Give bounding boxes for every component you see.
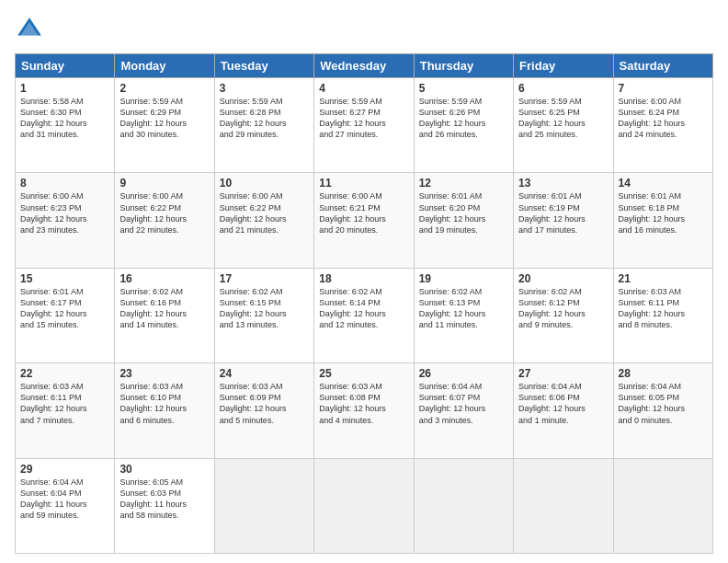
day-number: 5	[419, 82, 508, 95]
calendar-week-2: 15Sunrise: 6:01 AMSunset: 6:17 PMDayligh…	[16, 268, 713, 362]
day-info: Sunrise: 6:03 AMSunset: 6:08 PMDaylight:…	[319, 382, 386, 424]
day-info: Sunrise: 6:00 AMSunset: 6:22 PMDaylight:…	[119, 191, 187, 234]
calendar-cell: 9Sunrise: 6:00 AMSunset: 6:22 PMDaylight…	[115, 173, 214, 268]
day-number: 24	[220, 367, 309, 380]
day-number: 12	[419, 177, 508, 190]
day-info: Sunrise: 5:59 AMSunset: 6:29 PMDaylight:…	[119, 97, 187, 139]
day-info: Sunrise: 6:02 AMSunset: 6:15 PMDaylight:…	[220, 287, 287, 329]
calendar-cell: 23Sunrise: 6:03 AMSunset: 6:10 PMDayligh…	[115, 363, 214, 458]
calendar-cell: 19Sunrise: 6:02 AMSunset: 6:13 PMDayligh…	[414, 268, 513, 362]
calendar-cell: 22Sunrise: 6:03 AMSunset: 6:11 PMDayligh…	[16, 363, 115, 458]
calendar-cell	[613, 458, 712, 553]
calendar-week-1: 8Sunrise: 6:00 AMSunset: 6:23 PMDaylight…	[16, 173, 713, 268]
calendar-cell	[314, 458, 414, 553]
calendar-cell: 14Sunrise: 6:01 AMSunset: 6:18 PMDayligh…	[613, 173, 712, 268]
calendar-cell: 30Sunrise: 6:05 AMSunset: 6:03 PMDayligh…	[115, 458, 214, 553]
day-number: 23	[119, 367, 209, 380]
day-number: 16	[119, 272, 209, 285]
calendar-cell: 25Sunrise: 6:03 AMSunset: 6:08 PMDayligh…	[314, 363, 414, 458]
day-number: 8	[20, 177, 109, 190]
day-number: 3	[220, 82, 309, 95]
day-info: Sunrise: 6:01 AMSunset: 6:17 PMDaylight:…	[20, 287, 87, 329]
day-number: 25	[319, 367, 408, 380]
calendar-cell: 3Sunrise: 5:59 AMSunset: 6:28 PMDaylight…	[214, 78, 313, 173]
calendar-cell: 24Sunrise: 6:03 AMSunset: 6:09 PMDayligh…	[214, 363, 313, 458]
day-number: 7	[619, 82, 708, 95]
day-info: Sunrise: 6:02 AMSunset: 6:12 PMDaylight:…	[518, 287, 586, 329]
calendar-week-0: 1Sunrise: 5:58 AMSunset: 6:30 PMDaylight…	[16, 78, 713, 173]
day-number: 10	[220, 177, 309, 190]
calendar-week-4: 29Sunrise: 6:04 AMSunset: 6:04 PMDayligh…	[16, 458, 713, 553]
day-info: Sunrise: 5:58 AMSunset: 6:30 PMDaylight:…	[20, 97, 87, 139]
calendar-cell: 5Sunrise: 5:59 AMSunset: 6:26 PMDaylight…	[414, 78, 513, 173]
calendar-cell: 27Sunrise: 6:04 AMSunset: 6:06 PMDayligh…	[514, 363, 613, 458]
day-number: 14	[619, 177, 708, 190]
calendar-header-row: SundayMondayTuesdayWednesdayThursdayFrid…	[16, 54, 713, 78]
day-number: 21	[619, 272, 708, 285]
day-number: 4	[319, 82, 408, 95]
calendar-cell: 20Sunrise: 6:02 AMSunset: 6:12 PMDayligh…	[514, 268, 613, 362]
calendar-cell: 28Sunrise: 6:04 AMSunset: 6:05 PMDayligh…	[613, 363, 712, 458]
day-number: 17	[220, 272, 309, 285]
calendar-header-friday: Friday	[514, 54, 613, 78]
day-number: 18	[319, 272, 408, 285]
calendar-cell: 29Sunrise: 6:04 AMSunset: 6:04 PMDayligh…	[16, 458, 115, 553]
day-number: 26	[419, 367, 508, 380]
calendar-header-sunday: Sunday	[16, 54, 115, 78]
day-info: Sunrise: 6:00 AMSunset: 6:23 PMDaylight:…	[20, 191, 87, 234]
day-info: Sunrise: 6:02 AMSunset: 6:16 PMDaylight:…	[119, 287, 187, 329]
day-number: 1	[20, 82, 109, 95]
day-info: Sunrise: 6:01 AMSunset: 6:18 PMDaylight:…	[619, 191, 686, 234]
day-number: 27	[518, 367, 608, 380]
logo-icon	[15, 15, 44, 44]
day-info: Sunrise: 6:00 AMSunset: 6:22 PMDaylight:…	[220, 191, 287, 234]
day-info: Sunrise: 6:04 AMSunset: 6:07 PMDaylight:…	[419, 382, 486, 424]
calendar-header-thursday: Thursday	[414, 54, 513, 78]
day-info: Sunrise: 6:04 AMSunset: 6:06 PMDaylight:…	[518, 382, 586, 424]
day-info: Sunrise: 6:03 AMSunset: 6:09 PMDaylight:…	[220, 382, 287, 424]
logo	[15, 15, 48, 44]
day-info: Sunrise: 6:03 AMSunset: 6:10 PMDaylight:…	[119, 382, 187, 424]
calendar-cell: 12Sunrise: 6:01 AMSunset: 6:20 PMDayligh…	[414, 173, 513, 268]
calendar-cell: 6Sunrise: 5:59 AMSunset: 6:25 PMDaylight…	[514, 78, 613, 173]
calendar-cell: 11Sunrise: 6:00 AMSunset: 6:21 PMDayligh…	[314, 173, 414, 268]
day-info: Sunrise: 6:03 AMSunset: 6:11 PMDaylight:…	[619, 287, 686, 329]
day-number: 15	[20, 272, 109, 285]
day-number: 28	[619, 367, 708, 380]
calendar-cell: 4Sunrise: 5:59 AMSunset: 6:27 PMDaylight…	[314, 78, 414, 173]
calendar-cell	[414, 458, 513, 553]
calendar-cell: 16Sunrise: 6:02 AMSunset: 6:16 PMDayligh…	[115, 268, 214, 362]
calendar-cell: 15Sunrise: 6:01 AMSunset: 6:17 PMDayligh…	[16, 268, 115, 362]
calendar-cell	[214, 458, 313, 553]
calendar-header-wednesday: Wednesday	[314, 54, 414, 78]
day-info: Sunrise: 6:01 AMSunset: 6:20 PMDaylight:…	[419, 191, 486, 234]
calendar-cell: 18Sunrise: 6:02 AMSunset: 6:14 PMDayligh…	[314, 268, 414, 362]
calendar-cell: 2Sunrise: 5:59 AMSunset: 6:29 PMDaylight…	[115, 78, 214, 173]
day-info: Sunrise: 6:05 AMSunset: 6:03 PMDaylight:…	[119, 477, 187, 520]
calendar-cell: 8Sunrise: 6:00 AMSunset: 6:23 PMDaylight…	[16, 173, 115, 268]
day-info: Sunrise: 6:00 AMSunset: 6:24 PMDaylight:…	[619, 97, 686, 139]
day-info: Sunrise: 6:04 AMSunset: 6:05 PMDaylight:…	[619, 382, 686, 424]
day-number: 13	[518, 177, 608, 190]
calendar-cell: 1Sunrise: 5:58 AMSunset: 6:30 PMDaylight…	[16, 78, 115, 173]
calendar: SundayMondayTuesdayWednesdayThursdayFrid…	[15, 53, 713, 554]
day-number: 22	[20, 367, 109, 380]
calendar-cell: 17Sunrise: 6:02 AMSunset: 6:15 PMDayligh…	[214, 268, 313, 362]
day-info: Sunrise: 6:01 AMSunset: 6:19 PMDaylight:…	[518, 191, 586, 234]
calendar-header-tuesday: Tuesday	[214, 54, 313, 78]
day-number: 30	[119, 463, 209, 476]
day-number: 2	[119, 82, 209, 95]
header	[15, 15, 713, 44]
day-info: Sunrise: 5:59 AMSunset: 6:26 PMDaylight:…	[419, 97, 486, 139]
day-info: Sunrise: 5:59 AMSunset: 6:25 PMDaylight:…	[518, 97, 586, 139]
day-info: Sunrise: 6:02 AMSunset: 6:14 PMDaylight:…	[319, 287, 386, 329]
calendar-cell	[514, 458, 613, 553]
day-number: 29	[20, 463, 109, 476]
day-number: 6	[518, 82, 608, 95]
day-number: 9	[119, 177, 209, 190]
calendar-cell: 21Sunrise: 6:03 AMSunset: 6:11 PMDayligh…	[613, 268, 712, 362]
calendar-week-3: 22Sunrise: 6:03 AMSunset: 6:11 PMDayligh…	[16, 363, 713, 458]
calendar-cell: 7Sunrise: 6:00 AMSunset: 6:24 PMDaylight…	[613, 78, 712, 173]
day-info: Sunrise: 5:59 AMSunset: 6:27 PMDaylight:…	[319, 97, 386, 139]
day-info: Sunrise: 6:04 AMSunset: 6:04 PMDaylight:…	[20, 477, 87, 520]
